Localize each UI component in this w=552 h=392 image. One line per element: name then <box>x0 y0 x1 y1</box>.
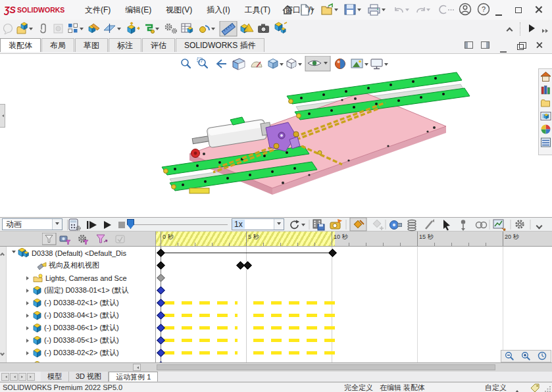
stamp-icon[interactable] <box>54 24 63 33</box>
tab-3d-views[interactable]: 3D 视图 <box>69 372 109 381</box>
expand-arrow-icon[interactable] <box>26 289 31 293</box>
toolbar-expand-more-icon[interactable] <box>542 26 550 35</box>
timeline-row-component[interactable] <box>156 347 552 359</box>
motor-icon[interactable] <box>390 221 402 230</box>
tab-markup[interactable]: 标注 <box>109 38 141 52</box>
window-maximize-button[interactable] <box>515 6 522 15</box>
menu-edit[interactable]: 编辑(E) <box>118 0 159 20</box>
motion-bar[interactable] <box>164 301 238 305</box>
tree-row-lights[interactable]: Lights, Cameras and Sce <box>0 272 155 284</box>
move-component-icon[interactable] <box>128 22 139 34</box>
design-library-icon[interactable] <box>540 84 551 95</box>
tree-row-component[interactable]: (-) D0338-06<1> (默认) <box>0 322 155 334</box>
keypoint[interactable] <box>157 274 165 282</box>
motion-bar[interactable] <box>253 326 335 330</box>
window-minimize-button[interactable] <box>495 9 502 18</box>
reference-geometry-icon[interactable] <box>104 24 121 33</box>
motion-bar[interactable] <box>253 301 335 305</box>
tree-row-component[interactable]: (-) D0338-02<1> (默认) <box>0 297 155 309</box>
tab-scroll-first-icon[interactable] <box>1 373 9 381</box>
tab-scroll-next-icon[interactable] <box>18 373 26 381</box>
keypoint[interactable] <box>157 349 165 357</box>
timeline-zoom-fit-icon[interactable] <box>538 351 547 361</box>
appearances-icon[interactable] <box>540 124 551 135</box>
gravity-icon[interactable] <box>461 220 465 231</box>
interference-detection-icon[interactable] <box>241 24 253 33</box>
filter-selected-icon[interactable] <box>97 235 107 243</box>
expand-arrow-icon[interactable] <box>26 351 31 355</box>
view-palette-icon[interactable] <box>540 110 551 122</box>
tree-row-component[interactable]: (-) D0338-05<1> (默认) <box>0 334 155 347</box>
scroll-left-button[interactable] <box>133 364 141 371</box>
calculate-icon[interactable] <box>68 218 82 232</box>
pane-left-icon[interactable] <box>464 41 473 51</box>
open-icon[interactable] <box>322 4 338 14</box>
collapse-toolbar-icon[interactable] <box>507 26 512 35</box>
timeline-area[interactable] <box>156 247 552 362</box>
expand-arrow-icon[interactable] <box>26 301 31 305</box>
tab-motion-study-1[interactable]: 运动算例 1 <box>109 372 158 381</box>
tree-row-assembly[interactable]: D0338 (Default) <Default_Dis <box>0 247 155 259</box>
tab-scroll-last-icon[interactable] <box>27 373 35 381</box>
keypoint[interactable] <box>243 261 252 270</box>
timeline-row-component[interactable] <box>156 309 552 322</box>
resize-grip[interactable] <box>545 385 551 392</box>
menu-view[interactable]: 视图(V) <box>159 0 199 20</box>
timeline-row-component[interactable] <box>156 334 552 347</box>
exploded-view-icon[interactable] <box>275 22 287 33</box>
timeline-row-component[interactable] <box>156 322 552 334</box>
custom-properties-icon[interactable] <box>540 137 551 148</box>
toolbar-play-icon[interactable] <box>529 24 539 34</box>
timeline-row-fixed-component[interactable] <box>156 284 552 297</box>
tree-scroll-up-icon[interactable] <box>1 249 4 258</box>
home-tab-icon[interactable] <box>540 71 551 82</box>
expand-arrow-icon[interactable] <box>26 339 31 343</box>
snapshot-icon[interactable] <box>258 24 269 34</box>
expand-arrow-icon[interactable] <box>26 314 31 318</box>
tab-layout[interactable]: 布局 <box>41 38 74 52</box>
timeline-row-assembly[interactable] <box>156 247 552 259</box>
status-expand-icon[interactable] <box>515 386 519 392</box>
collapse-arrow-icon[interactable] <box>12 251 16 255</box>
undo-icon[interactable] <box>395 7 409 12</box>
keypoint[interactable] <box>157 324 165 332</box>
no-filter-icon[interactable] <box>42 233 56 245</box>
contact-icon[interactable] <box>476 222 487 228</box>
timeline-scrollbar-thumb[interactable] <box>157 364 495 370</box>
tab-evaluate[interactable]: 评估 <box>142 38 175 52</box>
filter-results-icon[interactable] <box>116 235 124 243</box>
damper-icon[interactable] <box>426 219 434 229</box>
bill-of-materials-icon[interactable] <box>182 24 193 33</box>
tag-icon[interactable] <box>530 383 540 392</box>
tree-scroll-down-icon[interactable] <box>1 348 4 357</box>
user-account-icon[interactable] <box>460 4 471 15</box>
study-type-dropdown-icon[interactable] <box>52 219 62 230</box>
select-cursor-icon[interactable] <box>443 220 450 231</box>
assembly-model[interactable] <box>0 54 552 217</box>
animation-wizard-icon[interactable] <box>330 219 342 229</box>
playback-speed-dropdown-icon[interactable] <box>274 219 284 230</box>
motion-bar[interactable] <box>253 314 335 317</box>
motion-bar[interactable] <box>164 339 238 342</box>
attachment-icon[interactable] <box>41 24 45 32</box>
file-explorer-icon[interactable] <box>540 97 551 109</box>
timeline-slider-thumb[interactable] <box>127 219 134 229</box>
timeline-row-lights[interactable] <box>156 272 552 284</box>
timeline-slider-track[interactable] <box>129 224 228 226</box>
motion-bar[interactable] <box>164 326 238 330</box>
keypoint[interactable] <box>157 249 165 257</box>
collapse-motionmanager-icon[interactable] <box>537 221 541 230</box>
tree-row-component[interactable]: (固定) D0338-01<1> (默认 <box>0 284 155 297</box>
play-icon[interactable] <box>102 220 113 230</box>
motion-bar[interactable] <box>253 339 335 342</box>
tree-row-component[interactable]: (-) D0338-02<2> (默认) <box>0 347 155 359</box>
tab-solidworks-addins[interactable]: SOLIDWORKS 插件 <box>176 38 264 52</box>
timeline-zoom-out-icon[interactable] <box>505 351 514 361</box>
document-minimize-button[interactable] <box>500 45 507 55</box>
keypoint[interactable] <box>157 336 165 345</box>
study-type-select[interactable]: 动画 <box>2 218 63 230</box>
smart-fasteners-icon[interactable] <box>145 25 159 34</box>
red-knob[interactable] <box>191 149 200 158</box>
motion-bar[interactable] <box>164 351 238 355</box>
insert-components-icon[interactable] <box>17 22 33 34</box>
